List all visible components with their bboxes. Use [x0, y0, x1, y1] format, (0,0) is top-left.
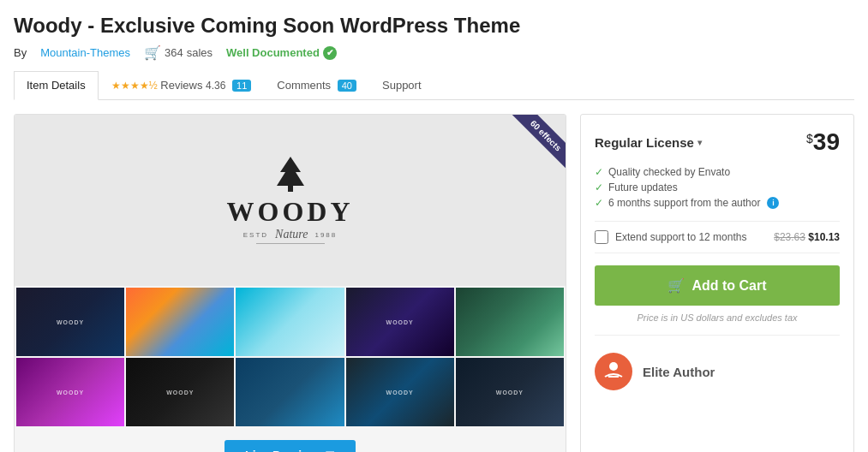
tab-comments-label: Comments — [277, 79, 331, 92]
well-documented-check: ✔ — [323, 46, 337, 60]
tabs-bar: Item Details ★★★★½ Reviews 4.36 11 Comme… — [14, 71, 854, 100]
tab-support[interactable]: Support — [369, 71, 434, 99]
check-icon-1: ✓ — [595, 166, 603, 178]
meta-bar: By Mountain-Themes 🛒 364 sales Well Docu… — [14, 45, 854, 61]
rating-number: 4.36 — [206, 80, 225, 92]
woody-logo: WOODY ESTD Nature 1988 — [227, 155, 354, 246]
elite-icon — [603, 360, 624, 384]
svg-rect-1 — [288, 186, 293, 192]
extend-support-checkbox[interactable] — [595, 230, 608, 244]
check-icon-3: ✓ — [595, 197, 603, 209]
price-note: Price is in US dollars and excludes tax — [595, 312, 840, 323]
live-preview-label: Live Preview — [245, 449, 318, 452]
extend-support-row: Extend support to 12 months $23.63 $10.1… — [595, 221, 840, 253]
main-preview: WOODY ESTD Nature 1988 — [15, 115, 566, 286]
thumb-2 — [126, 288, 234, 356]
review-stars: ★★★★½ — [111, 80, 158, 92]
thumb-3 — [236, 288, 344, 356]
tab-item-details[interactable]: Item Details — [14, 71, 99, 100]
preview-area: 60 effects WOODY ESTD Nature — [14, 114, 566, 452]
sales-count: 364 — [165, 46, 183, 59]
extend-support-label: Extend support to 12 months — [615, 231, 767, 243]
cart-button-icon: 🛒 — [667, 277, 685, 294]
add-to-cart-label: Add to Cart — [691, 278, 766, 294]
thumb-8 — [236, 358, 344, 426]
svg-marker-0 — [277, 157, 304, 186]
thumbnails-grid: WOODY WOODY WOODY WOODY WOODY WOODY — [15, 286, 566, 428]
tree-svg — [265, 155, 316, 193]
check-icon-2: ✓ — [595, 181, 603, 193]
price-value: 39 — [813, 128, 840, 155]
elite-badge — [595, 353, 632, 390]
price-display: $39 — [806, 128, 840, 156]
tab-reviews-label: Reviews — [160, 79, 202, 92]
sales-info: 🛒 364 sales — [144, 45, 213, 61]
estd-label: ESTD — [243, 231, 268, 239]
well-documented-text: Well Documented — [226, 46, 320, 59]
features-list: ✓ Quality checked by Envato ✓ Future upd… — [595, 166, 840, 209]
add-to-cart-button[interactable]: 🛒 Add to Cart — [595, 265, 840, 306]
nature-label: Nature — [275, 228, 308, 241]
live-preview-button[interactable]: Live Preview ⊞ — [224, 440, 356, 452]
purchase-panel: Regular License ▾ $39 ✓ Quality checked … — [580, 114, 854, 452]
thumb-9: WOODY — [346, 358, 454, 426]
ribbon-label: 60 effects — [512, 115, 566, 170]
comments-badge: 40 — [338, 80, 356, 92]
page-wrapper: Woody - Exclusive Coming Soon WordPress … — [0, 0, 868, 452]
thumb-4: WOODY — [346, 288, 454, 356]
thumb-5 — [456, 288, 564, 356]
feature-1: ✓ Quality checked by Envato — [595, 166, 840, 178]
thumb-1: WOODY — [16, 288, 124, 356]
woody-brand-name: WOODY — [227, 196, 354, 228]
live-preview-area: Live Preview ⊞ — [15, 428, 566, 452]
feature-2: ✓ Future updates — [595, 181, 840, 193]
tab-reviews[interactable]: ★★★★½ Reviews 4.36 11 — [99, 71, 265, 99]
well-documented-badge: Well Documented ✔ — [226, 46, 337, 60]
tab-support-label: Support — [382, 79, 422, 92]
thumb-7: WOODY — [126, 358, 234, 426]
license-row: Regular License ▾ $39 — [595, 128, 840, 156]
thumb-6: WOODY — [16, 358, 124, 426]
license-label: Regular License ▾ — [595, 135, 702, 150]
license-dropdown-arrow[interactable]: ▾ — [697, 138, 702, 147]
elite-author-row: Elite Author — [595, 348, 840, 390]
reviews-badge: 11 — [232, 80, 251, 92]
extend-discounted-price: $10.13 — [808, 231, 840, 243]
info-icon[interactable]: i — [767, 197, 779, 209]
tab-comments[interactable]: Comments 40 — [264, 71, 369, 99]
sales-label: sales — [187, 46, 213, 59]
extend-support-price: $23.63 $10.13 — [774, 231, 840, 243]
page-title: Woody - Exclusive Coming Soon WordPress … — [14, 14, 854, 38]
ribbon-container: 60 effects — [488, 115, 566, 192]
currency-symbol: $ — [806, 132, 813, 146]
svg-point-2 — [609, 362, 618, 371]
cart-icon: 🛒 — [144, 45, 161, 61]
author-link[interactable]: Mountain-Themes — [40, 46, 130, 59]
feature-3: ✓ 6 months support from the author i — [595, 197, 840, 209]
content-area: 60 effects WOODY ESTD Nature — [14, 114, 854, 452]
panel-divider — [595, 335, 840, 336]
elite-author-label: Elite Author — [643, 365, 715, 379]
author-by: By — [14, 46, 27, 59]
grid-icon: ⊞ — [325, 449, 335, 452]
thumb-10: WOODY — [456, 358, 564, 426]
extend-original-price: $23.63 — [774, 231, 805, 243]
year-label: 1988 — [314, 231, 337, 239]
